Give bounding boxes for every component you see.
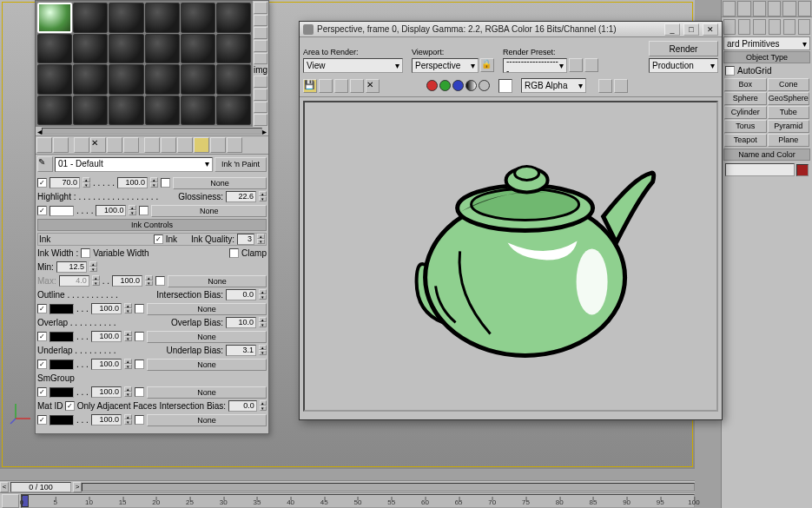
mat-map-nav-icon[interactable] — [254, 114, 267, 126]
hi-check[interactable]: ✓ — [37, 206, 47, 215]
material-slot[interactable] — [73, 34, 108, 64]
video-check-icon[interactable] — [254, 53, 267, 65]
alpha-dropdown[interactable]: RGB Alpha▾ — [521, 78, 586, 93]
w-map-check[interactable] — [155, 276, 165, 286]
ov-amt-spinner[interactable]: 100.0 — [91, 331, 122, 342]
hi-map-button[interactable]: None — [151, 205, 267, 217]
maximize-button[interactable]: □ — [683, 23, 699, 36]
material-slot[interactable] — [145, 96, 180, 126]
assign-icon[interactable] — [74, 137, 89, 153]
material-slot[interactable] — [37, 96, 72, 126]
out-map-button[interactable]: None — [147, 303, 267, 315]
smg-map-button[interactable]: None — [147, 386, 267, 399]
cat-icon[interactable] — [798, 19, 810, 35]
print-icon[interactable] — [350, 79, 364, 93]
minimize-button[interactable]: _ — [664, 23, 680, 36]
material-slot[interactable] — [181, 64, 215, 95]
render-titlebar[interactable]: Perspective, frame 0, Display Gamma: 2.2… — [300, 22, 722, 37]
mat-id-icon[interactable] — [161, 137, 176, 153]
pick-material-icon[interactable]: ✎ — [37, 156, 53, 172]
cat-icon[interactable] — [783, 19, 795, 35]
w-amt-spinner[interactable]: 100.0 — [112, 275, 142, 287]
channel-blue[interactable] — [452, 80, 464, 91]
val-spinner[interactable]: 70.0 — [50, 177, 80, 188]
smg-map-check[interactable] — [135, 387, 144, 397]
primitive-dropdown[interactable]: ard Primitives▾ — [723, 36, 810, 50]
ruler-config-icon[interactable] — [2, 494, 19, 508]
mid-check[interactable]: ✓ — [37, 415, 47, 425]
material-slot[interactable] — [109, 3, 143, 33]
highlight-color[interactable] — [50, 206, 74, 216]
save-image-icon[interactable]: 💾 — [303, 79, 317, 93]
viewport-dropdown[interactable]: Perspective▾ — [412, 58, 479, 73]
smg-color[interactable] — [50, 387, 74, 398]
reset-icon[interactable]: ✕ — [90, 137, 106, 153]
area-dropdown[interactable]: View▾ — [303, 58, 403, 73]
toggle-ui-icon[interactable] — [598, 79, 612, 93]
ubias-spinner[interactable]: 3.1 — [226, 345, 256, 356]
material-slot[interactable] — [109, 64, 143, 95]
material-slot[interactable] — [181, 3, 215, 33]
un-map-check[interactable] — [135, 360, 144, 369]
ov-map-check[interactable] — [135, 332, 144, 341]
mid-amt-spinner[interactable]: 100.0 — [91, 414, 122, 426]
btn-torus[interactable]: Torus — [724, 120, 767, 133]
overlap-color[interactable] — [50, 332, 74, 342]
btn-sphere[interactable]: Sphere — [724, 92, 767, 105]
bg-color-swatch[interactable] — [498, 79, 512, 93]
underlap-color[interactable] — [50, 360, 74, 370]
show-end-icon[interactable] — [194, 137, 209, 153]
cat-icon[interactable] — [753, 19, 765, 35]
channel-red[interactable] — [426, 80, 438, 91]
put-to-scene-icon[interactable] — [53, 137, 69, 153]
un-check[interactable]: ✓ — [37, 360, 47, 369]
render-button[interactable]: Render — [649, 41, 718, 56]
ov-map-button[interactable]: None — [147, 331, 267, 343]
smg-check[interactable]: ✓ — [37, 387, 47, 397]
btn-box[interactable]: Box — [724, 78, 767, 91]
select-by-mat-icon[interactable] — [254, 102, 267, 114]
slot-scrollbar[interactable] — [42, 128, 262, 135]
un-map-button[interactable]: None — [147, 359, 267, 371]
tab-hierarchy[interactable] — [753, 1, 766, 16]
material-slot[interactable] — [73, 96, 108, 126]
hi-map-check[interactable] — [139, 206, 149, 215]
channel-mono[interactable] — [465, 80, 477, 91]
hi-amt-spinner[interactable]: 100.0 — [96, 205, 126, 216]
material-slot[interactable] — [73, 64, 108, 95]
out-check[interactable]: ✓ — [37, 304, 47, 313]
material-slot[interactable] — [37, 34, 72, 64]
go-parent-icon[interactable] — [210, 137, 226, 153]
btn-tube[interactable]: Tube — [768, 106, 810, 119]
out-map-check[interactable] — [135, 304, 144, 313]
toggle-overlay-icon[interactable] — [614, 79, 628, 93]
close-button[interactable]: ✕ — [703, 23, 718, 36]
outline-color[interactable] — [50, 304, 74, 314]
mibias-spinner[interactable]: 0.0 — [228, 400, 257, 412]
material-slot[interactable] — [181, 34, 215, 64]
tab-utilities[interactable] — [798, 1, 811, 16]
adj-check[interactable]: ✓ — [65, 401, 74, 411]
varwidth-check[interactable] — [81, 248, 90, 258]
cat-icon[interactable] — [723, 19, 736, 35]
preset-icon-b[interactable] — [584, 58, 598, 72]
channel-alpha[interactable] — [479, 80, 490, 91]
btn-pyramid[interactable]: Pyramid — [768, 120, 810, 133]
uv-tile-icon[interactable] — [254, 40, 267, 52]
material-type-button[interactable]: Ink 'n Paint — [215, 157, 267, 172]
material-slot[interactable] — [216, 34, 251, 64]
preset-icon-a[interactable] — [569, 58, 583, 72]
clamp-check[interactable] — [229, 248, 239, 258]
out-amt-spinner[interactable]: 100.0 — [91, 303, 122, 314]
timeline-prev[interactable]: < — [0, 482, 9, 492]
go-sibling-icon[interactable] — [227, 137, 242, 153]
timeline-track[interactable] — [82, 483, 695, 492]
material-slot[interactable] — [73, 3, 108, 33]
clear-icon[interactable]: ✕ — [366, 79, 380, 93]
btn-geosphere[interactable]: GeoSphere — [768, 92, 810, 105]
cat-icon[interactable] — [769, 19, 781, 35]
material-slot[interactable] — [216, 96, 251, 126]
lock-icon[interactable]: 🔒 — [480, 58, 494, 72]
btn-plane[interactable]: Plane — [768, 134, 810, 147]
material-slot[interactable] — [145, 64, 180, 95]
